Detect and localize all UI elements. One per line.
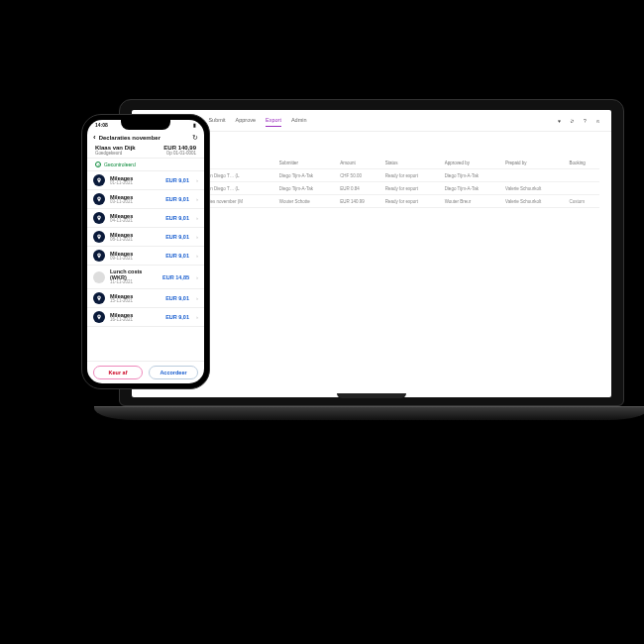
chevron-right-icon: › <box>196 274 198 280</box>
table-header-row: ID Title Submitter Amount Status Approve… <box>144 157 599 169</box>
item-texts: Mileages 09-11-2021 <box>110 251 161 262</box>
phone-titlebar: ‹ Declaraties november ↻ <box>87 130 204 145</box>
cell-prepaid: Valerie Schuurkolt <box>503 182 567 195</box>
list-item[interactable]: Mileages 04-11-2021 EUR 9,01 › <box>87 209 204 228</box>
location-pin-icon <box>93 212 105 224</box>
phone-device: 14:08 ▮ ‹ Declaraties november ↻ Klaas v… <box>81 114 210 389</box>
cell-amount: EUR 140.99 <box>338 195 383 208</box>
item-texts: Lunch costs (WKR) 11-11-2021 <box>110 268 158 285</box>
col-prepaid[interactable]: Prepaid by <box>503 157 567 169</box>
item-amount: EUR 9,01 <box>165 215 189 221</box>
cell-status: Ready for export <box>383 195 443 208</box>
phone-page-title: Declaraties november <box>99 135 189 141</box>
col-submitter[interactable]: Submitter <box>277 157 338 169</box>
check-icon: ✓ <box>95 161 101 167</box>
item-date: 11-11-2021 <box>110 280 158 285</box>
location-pin-icon <box>93 250 105 262</box>
item-texts: Mileages 03-11-2021 <box>110 194 161 205</box>
item-date: 15-11-2021 <box>110 299 161 304</box>
cell-booking <box>567 169 599 182</box>
controlled-label: Gecontroleerd <box>104 161 136 167</box>
col-status[interactable]: Status <box>383 157 443 169</box>
cell-submitter: Diego Tijm-A-Tak <box>277 169 338 182</box>
item-amount: EUR 9,01 <box>165 314 189 320</box>
controlled-row: ✓ Gecontroleerd <box>87 159 204 171</box>
phone-notch <box>121 120 170 130</box>
item-texts: Mileages 01-11-2021 <box>110 175 161 186</box>
item-amount: EUR 9,01 <box>165 177 189 183</box>
table-row[interactable]: LR0202 Verhuizen Diego T… (L Diego Tijm-… <box>144 182 599 195</box>
location-pin-icon <box>93 292 105 304</box>
table-row[interactable]: LR0207 Declaraties november (M Wouter Sc… <box>144 195 599 208</box>
settings-icon[interactable]: ⛭ <box>569 117 576 124</box>
cell-booking <box>567 182 599 195</box>
item-texts: Mileages 15-11-2021 <box>110 293 161 304</box>
help-icon[interactable]: ? <box>582 117 589 124</box>
tab-admin[interactable]: Admin <box>291 114 307 127</box>
chevron-right-icon: › <box>196 314 198 320</box>
chevron-right-icon: › <box>196 253 198 259</box>
chevron-right-icon: › <box>196 295 198 301</box>
reject-button[interactable]: Keur af <box>93 366 143 379</box>
cell-status: Ready for export <box>383 169 443 182</box>
location-pin-icon <box>93 193 105 205</box>
expense-list[interactable]: Mileages 01-11-2021 EUR 9,01 › Mileages … <box>87 171 204 361</box>
list-item[interactable]: Mileages 15-11-2021 EUR 9,01 › <box>87 289 204 308</box>
header-icons: ♥ ⛭ ? ⎋ <box>556 117 601 124</box>
cell-approved: Diego Tijm-A-Tak <box>443 169 503 182</box>
table-row[interactable]: LR0203 Verhuizen Diego T… (L Diego Tijm-… <box>144 169 599 182</box>
item-date: 04-11-2021 <box>110 219 161 224</box>
accept-button[interactable]: Accordeer <box>149 366 198 379</box>
item-amount: EUR 9,01 <box>165 234 189 240</box>
list-item[interactable]: Mileages 08-11-2021 EUR 9,01 › <box>87 228 204 247</box>
notification-icon[interactable]: ♥ <box>556 117 563 124</box>
item-amount: EUR 9,01 <box>165 196 189 202</box>
tab-approve[interactable]: Approve <box>236 114 257 127</box>
back-icon[interactable]: ‹ <box>93 133 96 142</box>
phone-battery-icon: ▮ <box>193 122 196 128</box>
col-booking[interactable]: Booking <box>567 157 599 169</box>
item-texts: Mileages 04-11-2021 <box>110 213 161 224</box>
history-icon[interactable]: ↻ <box>192 134 198 142</box>
tab-submit[interactable]: Submit <box>208 114 225 127</box>
chevron-right-icon: › <box>196 177 198 183</box>
chevron-right-icon: › <box>196 215 198 221</box>
item-date: 16-11-2021 <box>110 318 161 323</box>
cell-prepaid: Valerie Schuurkolt <box>503 195 567 208</box>
item-amount: EUR 14,85 <box>162 274 189 280</box>
chevron-right-icon: › <box>196 234 198 240</box>
col-approved[interactable]: Approved by <box>443 157 503 169</box>
cell-approved: Diego Tijm-A-Tak <box>443 182 503 195</box>
cell-submitter: Diego Tijm-A-Tak <box>277 182 338 195</box>
approval-status: Goedgekeurd <box>95 151 136 156</box>
list-item[interactable]: Mileages 01-11-2021 EUR 9,01 › <box>87 171 204 190</box>
page-title: Ready for export <box>144 140 599 149</box>
location-pin-icon <box>93 174 105 186</box>
phone-screen: 14:08 ▮ ‹ Declaraties november ↻ Klaas v… <box>87 120 204 383</box>
cell-submitter: Wouter Schotte <box>277 195 338 208</box>
location-pin-icon <box>93 231 105 243</box>
cell-approved: Wouter Breur <box>443 195 503 208</box>
tab-export[interactable]: Export <box>266 114 281 127</box>
phone-summary: Klaas van Dijk Goedgekeurd EUR 140,99 Op… <box>87 145 204 159</box>
item-texts: Mileages 16-11-2021 <box>110 312 161 323</box>
item-date: 08-11-2021 <box>110 238 161 243</box>
export-table: ID Title Submitter Amount Status Approve… <box>144 157 599 208</box>
location-pin-icon <box>93 311 105 323</box>
list-item[interactable]: Lunch costs (WKR) 11-11-2021 EUR 14,85 › <box>87 266 204 289</box>
chevron-right-icon: › <box>196 196 198 202</box>
phone-footer: Keur af Accordeer <box>87 361 204 383</box>
item-date: 09-11-2021 <box>110 257 161 262</box>
col-amount[interactable]: Amount <box>338 157 383 169</box>
cell-status: Ready for export <box>383 182 443 195</box>
cell-amount: EUR 0.84 <box>338 182 383 195</box>
item-texts: Mileages 08-11-2021 <box>110 232 161 243</box>
total-date: Op 01-01-0001 <box>163 151 196 156</box>
list-item[interactable]: Mileages 09-11-2021 EUR 9,01 › <box>87 247 204 266</box>
support-icon[interactable]: ⎋ <box>594 117 601 124</box>
phone-time: 14:08 <box>95 122 108 128</box>
laptop-base <box>94 406 644 420</box>
item-date: 01-11-2021 <box>110 181 161 186</box>
list-item[interactable]: Mileages 16-11-2021 EUR 9,01 › <box>87 308 204 327</box>
list-item[interactable]: Mileages 03-11-2021 EUR 9,01 › <box>87 190 204 209</box>
